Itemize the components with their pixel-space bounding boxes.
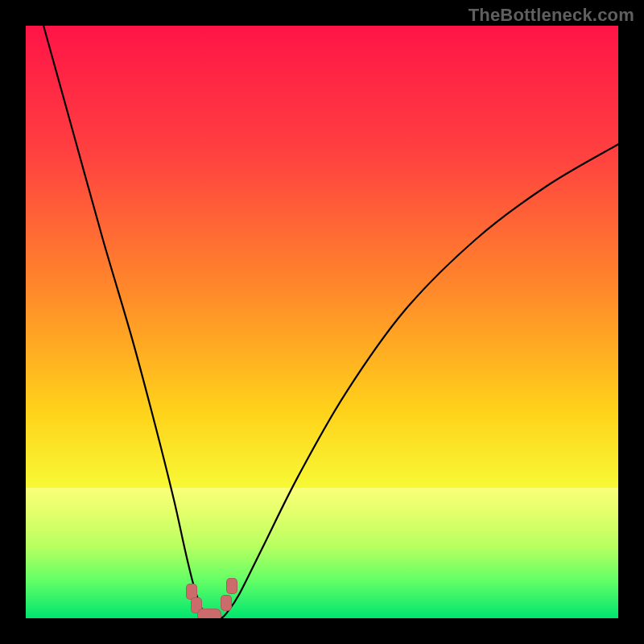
bottleneck-curve — [26, 26, 618, 618]
right-blob-top — [226, 578, 237, 594]
plot-area — [26, 26, 618, 618]
right-blob-mid — [221, 595, 232, 611]
bottom-blob — [197, 609, 221, 618]
chart-canvas: TheBottleneck.com — [0, 0, 644, 644]
watermark-text: TheBottleneck.com — [469, 5, 634, 26]
